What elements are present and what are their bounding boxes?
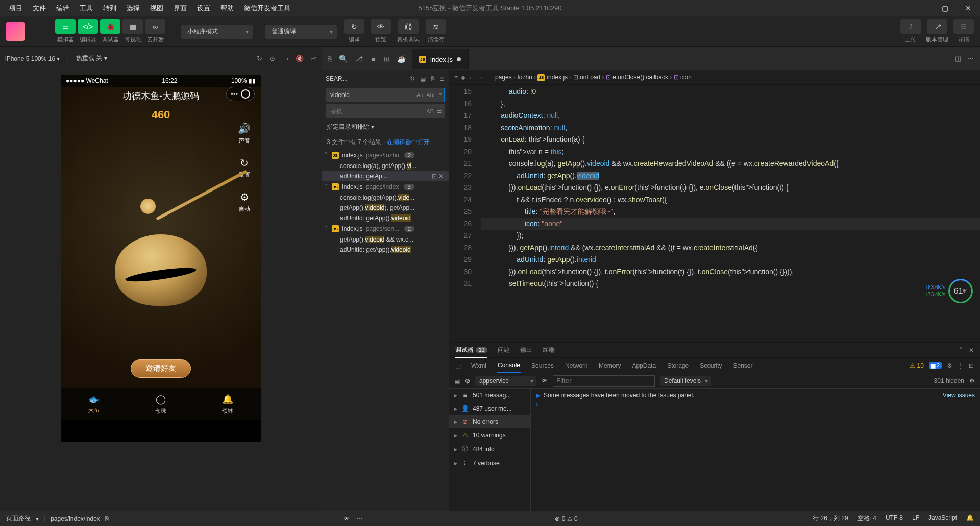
remote-debug-button[interactable]: ⟪⟫ xyxy=(398,19,419,34)
split-icon[interactable]: ◫ xyxy=(955,55,961,62)
replace-all-icon[interactable]: ⇄ xyxy=(437,108,442,115)
ext-icon[interactable]: ⊞ xyxy=(384,55,390,63)
console-filter-item[interactable]: ▸⚠10 warnings xyxy=(449,428,530,442)
devtools-settings-icon[interactable]: ⚙ xyxy=(947,362,952,369)
version-button[interactable]: ⎇ xyxy=(927,19,947,34)
invite-button[interactable]: 邀请好友 xyxy=(131,359,191,378)
devtools-tab-Sources[interactable]: Sources xyxy=(530,359,555,372)
search-match[interactable]: console.log(a), getApp().vi... xyxy=(322,161,449,171)
menu-项目[interactable]: 项目 xyxy=(4,0,28,16)
menu-选择[interactable]: 选择 xyxy=(121,0,145,16)
devtools-tab-Storage[interactable]: Storage xyxy=(666,359,690,372)
upload-button[interactable]: ⤴ xyxy=(900,19,921,34)
search-scope[interactable]: 指定目录和排除 ▾ xyxy=(322,119,449,134)
capsule-button[interactable]: ••• xyxy=(226,87,255,101)
debugger-toggle[interactable]: 🐞 xyxy=(100,19,120,34)
close-button[interactable]: ✕ xyxy=(957,0,980,16)
case-icon[interactable]: Aa xyxy=(416,92,423,98)
clear-cache-button[interactable]: ≋ xyxy=(426,19,446,34)
levels-dropdown[interactable]: Default levels xyxy=(660,376,711,386)
search-file[interactable]: ˅JSindex.js pages/son...2 xyxy=(322,223,449,234)
menu-界面[interactable]: 界面 xyxy=(168,0,192,16)
collapse-icon[interactable]: ⊟ xyxy=(439,75,445,82)
breadcrumb-item[interactable]: pages xyxy=(495,74,512,81)
user-avatar[interactable] xyxy=(6,22,24,41)
test-icon[interactable]: ☕ xyxy=(397,55,406,63)
search-match[interactable]: console.log(getApp().vide... xyxy=(322,193,449,203)
menu-微信开发者工具[interactable]: 微信开发者工具 xyxy=(239,0,296,16)
hot-reload-dropdown[interactable]: 热重载 关 ▾ xyxy=(76,54,107,63)
copy-path-icon[interactable]: ⎘ xyxy=(105,515,109,522)
menu-编辑[interactable]: 编辑 xyxy=(51,0,75,16)
clear-search-icon[interactable]: ▤ xyxy=(420,75,426,82)
context-dropdown[interactable]: appservice xyxy=(475,376,536,386)
console-filter[interactable] xyxy=(553,375,655,387)
toggle-icon[interactable]: ≡ xyxy=(454,74,458,81)
devtools-tab-Memory[interactable]: Memory xyxy=(598,359,622,372)
maximize-button[interactable]: ▢ xyxy=(933,0,957,16)
view-issues-link[interactable]: View issues xyxy=(943,392,975,399)
devtools-more-icon[interactable]: ⋮ xyxy=(958,362,964,369)
menu-工具[interactable]: 工具 xyxy=(75,0,98,16)
search-icon[interactable]: 🔍 xyxy=(339,55,348,63)
search-file[interactable]: ˅JSindex.js pages/fozhu2 xyxy=(322,150,449,161)
copy-icon[interactable]: ⎘ xyxy=(328,55,332,63)
warn-badge[interactable]: ⚠ 10 xyxy=(910,362,924,369)
preview-eye-icon[interactable]: 👁 xyxy=(344,515,350,522)
devtools-tab-Console[interactable]: Console xyxy=(497,358,521,373)
side-声音[interactable]: 🔊声音 xyxy=(238,123,251,145)
eol[interactable]: LF xyxy=(912,514,919,523)
code-editor[interactable]: 1516171819202122232425262728293031 audio… xyxy=(449,85,980,342)
eye-icon[interactable]: 👁 xyxy=(542,377,548,385)
home-icon[interactable]: ⊙ xyxy=(270,55,275,62)
more-icon[interactable]: ⋯ xyxy=(967,55,974,62)
breadcrumb-item[interactable]: ⊡ onLoad xyxy=(573,74,600,81)
language[interactable]: JavaScript xyxy=(928,514,957,523)
devtools-tab-Security[interactable]: Security xyxy=(699,359,723,372)
breadcrumb-item[interactable]: ⊡ e.onClose() callback xyxy=(606,74,668,81)
devtools-tab-Wxml[interactable]: Wxml xyxy=(470,359,487,372)
search-match[interactable]: adUnitId: getApp().videoid xyxy=(322,245,449,255)
indent[interactable]: 空格: 4 xyxy=(857,514,876,523)
menu-文件[interactable]: 文件 xyxy=(28,0,51,16)
regex-icon[interactable]: .* xyxy=(438,92,442,98)
search-match[interactable]: adUnitId: getApp().videoid xyxy=(322,213,449,223)
devtools-tab-AppData[interactable]: AppData xyxy=(631,359,657,372)
breadcrumb-item[interactable]: ⊡ icon xyxy=(674,74,692,81)
preserve-case-icon[interactable]: AB xyxy=(426,108,434,115)
search-match[interactable]: getApp().videoid && wx.c... xyxy=(322,234,449,245)
inspect-icon[interactable]: ⬚ xyxy=(455,362,461,369)
editor-tab[interactable]: JS index.js xyxy=(412,49,469,69)
panel-close-icon[interactable]: ✕ xyxy=(969,347,974,354)
preview-button[interactable]: 👁 xyxy=(371,19,391,34)
devtools-dock-icon[interactable]: ⊟ xyxy=(969,362,974,369)
search-match[interactable]: getApp().videoid), getApp... xyxy=(322,203,449,213)
mute-icon[interactable]: 🔇 xyxy=(296,55,304,62)
breadcrumb-item[interactable]: JSindex.js xyxy=(537,74,568,81)
phone-tab-木鱼[interactable]: 🐟木鱼 xyxy=(61,388,128,420)
console-filter-item[interactable]: ▸⊘No errors xyxy=(449,415,530,428)
editor-toggle[interactable]: </> xyxy=(78,19,98,34)
phone-tab-念珠[interactable]: ◯念珠 xyxy=(128,388,194,420)
debug-tab-issues[interactable]: 问题 xyxy=(498,343,510,357)
back-icon[interactable]: ▭ xyxy=(282,55,288,62)
debug-tab-terminal[interactable]: 终端 xyxy=(543,343,555,357)
side-自动[interactable]: ⚙自动 xyxy=(239,191,250,213)
phone-tab-颂钵[interactable]: 🔔颂钵 xyxy=(194,388,261,420)
back-nav-icon[interactable]: ← xyxy=(469,74,475,81)
search-match[interactable]: adUnitId: getAp...⊡ ✕ xyxy=(322,171,449,181)
visual-toggle[interactable]: ▦ xyxy=(122,19,143,34)
menu-帮助[interactable]: 帮助 xyxy=(215,0,239,16)
device-dropdown[interactable]: iPhone 5 100% 16 ▾ xyxy=(5,55,60,62)
panel-up-icon[interactable]: ˄ xyxy=(960,347,963,354)
bell-icon[interactable]: 🔔 xyxy=(966,514,974,523)
breadcrumb-item[interactable]: fozhu xyxy=(517,74,532,81)
debug-tab-output[interactable]: 输出 xyxy=(520,343,532,357)
console-clear-icon[interactable]: ⊘ xyxy=(465,377,470,385)
console-filter-item[interactable]: ▸👤487 user me... xyxy=(449,402,530,415)
more-status-icon[interactable]: ⋯ xyxy=(357,515,363,522)
issue-badge[interactable]: ▆ 2 xyxy=(929,362,942,369)
open-in-editor-link[interactable]: 在编辑器中打开 xyxy=(387,138,430,146)
console-sidebar-icon[interactable]: ▤ xyxy=(454,377,460,385)
menu-转到[interactable]: 转到 xyxy=(98,0,121,16)
